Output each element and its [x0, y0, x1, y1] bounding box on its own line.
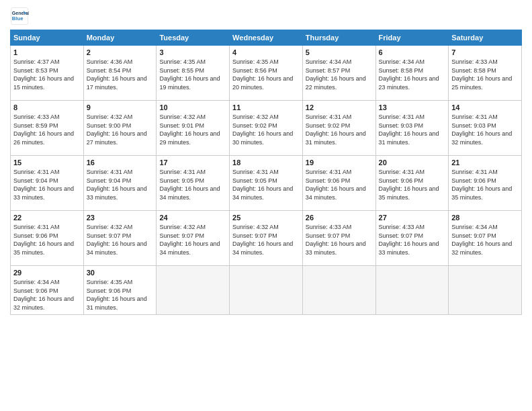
calendar-cell: 17 Sunrise: 4:31 AM Sunset: 9:05 PM Dayl…: [157, 156, 230, 211]
calendar-cell: 4 Sunrise: 4:35 AM Sunset: 8:56 PM Dayli…: [230, 46, 303, 101]
day-info: Sunrise: 4:31 AM Sunset: 9:06 PM Dayligh…: [379, 168, 446, 201]
calendar-cell: 12 Sunrise: 4:31 AM Sunset: 9:02 PM Dayl…: [302, 101, 375, 156]
day-info: Sunrise: 4:31 AM Sunset: 9:06 PM Dayligh…: [306, 168, 373, 201]
calendar-week-2: 8 Sunrise: 4:33 AM Sunset: 8:59 PM Dayli…: [11, 101, 522, 156]
calendar-cell: [230, 266, 303, 315]
day-info: Sunrise: 4:31 AM Sunset: 9:06 PM Dayligh…: [451, 168, 519, 201]
day-info: Sunrise: 4:31 AM Sunset: 9:03 PM Dayligh…: [379, 113, 446, 146]
day-number: 9: [87, 103, 154, 111]
calendar-cell: [157, 266, 230, 315]
calendar-cell: 14 Sunrise: 4:31 AM Sunset: 9:03 PM Dayl…: [449, 101, 522, 156]
day-info: Sunrise: 4:35 AM Sunset: 8:56 PM Dayligh…: [232, 58, 300, 91]
day-number: 12: [306, 103, 373, 111]
day-number: 10: [159, 103, 226, 111]
day-number: 13: [379, 103, 446, 111]
day-info: Sunrise: 4:33 AM Sunset: 9:07 PM Dayligh…: [379, 223, 446, 257]
day-info: Sunrise: 4:31 AM Sunset: 9:04 PM Dayligh…: [13, 168, 81, 201]
calendar-cell: [375, 266, 449, 315]
day-number: 17: [159, 158, 226, 167]
calendar-cell: 25 Sunrise: 4:32 AM Sunset: 9:07 PM Dayl…: [230, 211, 303, 266]
day-info: Sunrise: 4:32 AM Sunset: 9:01 PM Dayligh…: [159, 113, 226, 146]
svg-text:Blue: Blue: [12, 15, 24, 21]
calendar-cell: 9 Sunrise: 4:32 AM Sunset: 9:00 PM Dayli…: [83, 101, 157, 156]
day-info: Sunrise: 4:34 AM Sunset: 8:57 PM Dayligh…: [306, 58, 373, 91]
calendar-cell: 16 Sunrise: 4:31 AM Sunset: 9:04 PM Dayl…: [83, 156, 157, 211]
calendar-cell: 21 Sunrise: 4:31 AM Sunset: 9:06 PM Dayl…: [449, 156, 522, 211]
day-number: 24: [159, 214, 226, 222]
calendar-cell: 10 Sunrise: 4:32 AM Sunset: 9:01 PM Dayl…: [157, 101, 230, 156]
day-number: 30: [87, 269, 154, 277]
day-number: 22: [13, 214, 81, 222]
day-info: Sunrise: 4:32 AM Sunset: 9:07 PM Dayligh…: [159, 223, 226, 257]
day-number: 18: [232, 158, 300, 167]
logo: General Blue: [10, 7, 29, 26]
day-info: Sunrise: 4:35 AM Sunset: 8:55 PM Dayligh…: [159, 58, 226, 91]
day-info: Sunrise: 4:31 AM Sunset: 9:06 PM Dayligh…: [13, 223, 81, 257]
calendar-cell: 23 Sunrise: 4:32 AM Sunset: 9:07 PM Dayl…: [83, 211, 157, 266]
weekday-saturday: Saturday: [449, 30, 522, 46]
calendar-week-5: 29 Sunrise: 4:34 AM Sunset: 9:06 PM Dayl…: [11, 266, 522, 315]
day-number: 23: [87, 214, 154, 222]
calendar-cell: 22 Sunrise: 4:31 AM Sunset: 9:06 PM Dayl…: [11, 211, 84, 266]
day-info: Sunrise: 4:35 AM Sunset: 9:06 PM Dayligh…: [87, 278, 154, 312]
weekday-thursday: Thursday: [302, 30, 375, 46]
day-info: Sunrise: 4:36 AM Sunset: 8:54 PM Dayligh…: [87, 58, 154, 91]
day-info: Sunrise: 4:32 AM Sunset: 9:02 PM Dayligh…: [232, 113, 300, 146]
day-number: 1: [13, 48, 81, 56]
day-info: Sunrise: 4:33 AM Sunset: 8:59 PM Dayligh…: [13, 113, 81, 146]
svg-text:General: General: [12, 11, 29, 15]
calendar-cell: 11 Sunrise: 4:32 AM Sunset: 9:02 PM Dayl…: [230, 101, 303, 156]
day-number: 3: [159, 48, 226, 56]
day-info: Sunrise: 4:31 AM Sunset: 9:05 PM Dayligh…: [232, 168, 300, 201]
day-number: 6: [379, 48, 446, 56]
header: General Blue: [10, 7, 522, 26]
calendar-cell: 1 Sunrise: 4:37 AM Sunset: 8:53 PM Dayli…: [11, 46, 84, 101]
weekday-header-row: SundayMondayTuesdayWednesdayThursdayFrid…: [11, 30, 522, 46]
day-info: Sunrise: 4:31 AM Sunset: 9:02 PM Dayligh…: [306, 113, 373, 146]
day-number: 29: [13, 269, 81, 277]
calendar-cell: 26 Sunrise: 4:33 AM Sunset: 9:07 PM Dayl…: [302, 211, 375, 266]
calendar-cell: 2 Sunrise: 4:36 AM Sunset: 8:54 PM Dayli…: [83, 46, 157, 101]
day-number: 26: [306, 214, 373, 222]
day-number: 11: [232, 103, 300, 111]
weekday-wednesday: Wednesday: [230, 30, 303, 46]
day-info: Sunrise: 4:31 AM Sunset: 9:04 PM Dayligh…: [87, 168, 154, 201]
day-info: Sunrise: 4:34 AM Sunset: 9:06 PM Dayligh…: [13, 278, 81, 312]
weekday-monday: Monday: [83, 30, 157, 46]
day-number: 20: [379, 158, 446, 167]
day-info: Sunrise: 4:33 AM Sunset: 8:58 PM Dayligh…: [451, 58, 519, 91]
day-info: Sunrise: 4:32 AM Sunset: 9:00 PM Dayligh…: [87, 113, 154, 146]
calendar-cell: [302, 266, 375, 315]
day-info: Sunrise: 4:33 AM Sunset: 9:07 PM Dayligh…: [306, 223, 373, 257]
day-number: 28: [451, 214, 519, 222]
day-number: 4: [232, 48, 300, 56]
day-number: 19: [306, 158, 373, 167]
day-info: Sunrise: 4:37 AM Sunset: 8:53 PM Dayligh…: [13, 58, 81, 91]
calendar-cell: 30 Sunrise: 4:35 AM Sunset: 9:06 PM Dayl…: [83, 266, 157, 315]
calendar: SundayMondayTuesdayWednesdayThursdayFrid…: [10, 30, 522, 315]
calendar-cell: 24 Sunrise: 4:32 AM Sunset: 9:07 PM Dayl…: [157, 211, 230, 266]
weekday-friday: Friday: [375, 30, 449, 46]
day-number: 15: [13, 158, 81, 167]
calendar-week-3: 15 Sunrise: 4:31 AM Sunset: 9:04 PM Dayl…: [11, 156, 522, 211]
day-number: 27: [379, 214, 446, 222]
day-number: 16: [87, 158, 154, 167]
calendar-cell: 15 Sunrise: 4:31 AM Sunset: 9:04 PM Dayl…: [11, 156, 84, 211]
day-number: 8: [13, 103, 81, 111]
calendar-cell: 8 Sunrise: 4:33 AM Sunset: 8:59 PM Dayli…: [11, 101, 84, 156]
day-number: 25: [232, 214, 300, 222]
day-number: 2: [87, 48, 154, 56]
day-number: 5: [306, 48, 373, 56]
calendar-cell: 19 Sunrise: 4:31 AM Sunset: 9:06 PM Dayl…: [302, 156, 375, 211]
day-number: 14: [451, 103, 519, 111]
calendar-cell: 27 Sunrise: 4:33 AM Sunset: 9:07 PM Dayl…: [375, 211, 449, 266]
calendar-cell: 13 Sunrise: 4:31 AM Sunset: 9:03 PM Dayl…: [375, 101, 449, 156]
day-number: 21: [451, 158, 519, 167]
calendar-cell: 18 Sunrise: 4:31 AM Sunset: 9:05 PM Dayl…: [230, 156, 303, 211]
calendar-cell: 28 Sunrise: 4:34 AM Sunset: 9:07 PM Dayl…: [449, 211, 522, 266]
calendar-cell: 5 Sunrise: 4:34 AM Sunset: 8:57 PM Dayli…: [302, 46, 375, 101]
day-info: Sunrise: 4:32 AM Sunset: 9:07 PM Dayligh…: [232, 223, 300, 257]
day-info: Sunrise: 4:31 AM Sunset: 9:03 PM Dayligh…: [451, 113, 519, 146]
calendar-week-1: 1 Sunrise: 4:37 AM Sunset: 8:53 PM Dayli…: [11, 46, 522, 101]
day-info: Sunrise: 4:34 AM Sunset: 8:58 PM Dayligh…: [379, 58, 446, 91]
